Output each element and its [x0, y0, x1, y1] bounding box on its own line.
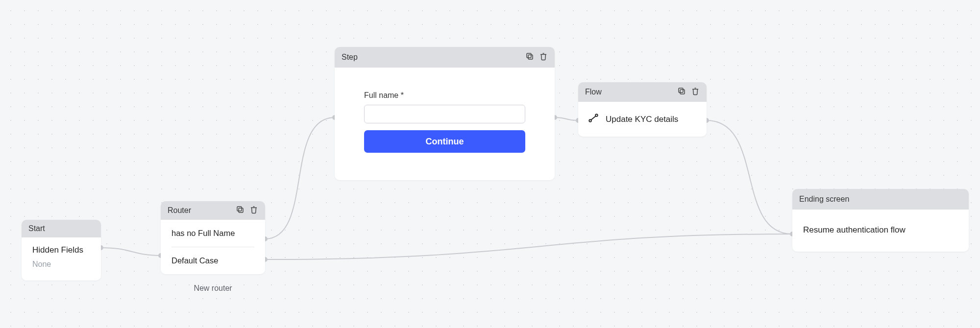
duplicate-icon[interactable] [525, 52, 534, 63]
trash-icon[interactable] [691, 87, 700, 97]
node-flow[interactable]: Flow Update KYC details [578, 82, 707, 137]
svg-point-15 [589, 119, 591, 122]
node-ending-title: Ending screen [799, 195, 962, 204]
router-case-has-no-full-name[interactable]: has no Full Name [161, 220, 265, 247]
continue-button[interactable]: Continue [364, 130, 525, 153]
trash-icon[interactable] [249, 205, 258, 216]
svg-rect-9 [239, 208, 243, 212]
node-router-title: Router [168, 206, 236, 215]
duplicate-icon[interactable] [677, 87, 686, 97]
node-start[interactable]: Start Hidden Fields None [22, 220, 101, 281]
node-step-body: Full name * Continue [335, 68, 555, 180]
flow-action-label: Update KYC details [606, 115, 678, 124]
hidden-fields-value: None [32, 260, 90, 269]
svg-rect-12 [527, 53, 531, 58]
node-flow-title: Flow [585, 88, 677, 96]
node-flow-header: Flow [578, 82, 707, 102]
router-caption: New router [161, 284, 265, 293]
svg-rect-10 [237, 207, 242, 211]
node-ending-body: Resume authentication flow [792, 210, 969, 252]
svg-rect-11 [528, 55, 533, 59]
node-step-header: Step [335, 47, 555, 68]
svg-point-16 [595, 114, 598, 117]
node-step-title: Step [342, 53, 525, 62]
node-router-body: has no Full Name Default Case [161, 220, 265, 274]
hidden-fields-label: Hidden Fields [32, 245, 90, 255]
duplicate-icon[interactable] [236, 205, 245, 216]
node-router-header: Router [161, 201, 265, 220]
svg-rect-13 [680, 90, 685, 94]
path-icon [588, 113, 599, 126]
node-flow-body: Update KYC details [578, 102, 707, 137]
node-ending[interactable]: Ending screen Resume authentication flow [792, 189, 969, 252]
node-router[interactable]: Router has no Full Name Default Case [161, 201, 265, 274]
node-start-header: Start [22, 220, 101, 237]
full-name-label: Full name * [364, 91, 525, 100]
full-name-input[interactable] [364, 105, 525, 123]
node-start-body: Hidden Fields None [22, 237, 101, 281]
node-start-title: Start [28, 224, 94, 233]
ending-text: Resume authentication flow [803, 225, 906, 234]
node-ending-header: Ending screen [792, 189, 969, 210]
svg-rect-14 [679, 88, 683, 93]
node-step[interactable]: Step Full name * Continue [335, 47, 555, 180]
trash-icon[interactable] [539, 52, 548, 63]
router-case-default[interactable]: Default Case [161, 247, 265, 274]
